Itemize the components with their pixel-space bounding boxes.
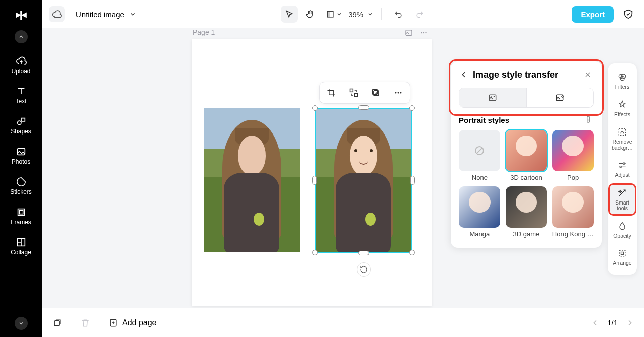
zoom-control[interactable]: 39% — [348, 10, 373, 19]
svg-point-10 — [423, 32, 424, 33]
style-3d-game[interactable]: 3D game — [506, 186, 547, 238]
rail-label: Text — [15, 98, 26, 105]
rr-label: Remove backgr… — [609, 139, 635, 151]
rail-collage[interactable]: Collage — [0, 233, 42, 260]
rr-opacity[interactable]: Opacity — [609, 218, 635, 242]
rail-label: Collage — [11, 249, 31, 256]
main-area: Untitled image 39% — [42, 0, 644, 337]
rail-label: Photos — [12, 158, 30, 165]
rr-remove-bg[interactable]: Remove backgr… — [609, 123, 635, 154]
cloud-upload-icon — [16, 55, 27, 66]
resize-handle-br[interactable] — [409, 250, 415, 255]
rail-label: Stickers — [10, 188, 32, 195]
rr-smart-tools[interactable]: Smart tools — [609, 184, 635, 215]
rail-frames[interactable]: Frames — [0, 203, 42, 230]
rr-adjust[interactable]: Adjust — [609, 157, 635, 181]
opacity-icon — [617, 221, 628, 232]
right-rail: Filters Effects Remove backgr… Adjust Sm… — [608, 63, 637, 275]
ctx-more-button[interactable] — [390, 85, 407, 101]
resize-handle-r[interactable] — [410, 176, 415, 185]
page-thumbnail-icon[interactable] — [404, 28, 413, 37]
ctx-group-button[interactable] — [368, 85, 384, 101]
app-logo[interactable] — [11, 5, 31, 25]
section-title: Portrait styles — [459, 116, 509, 124]
shield-button[interactable] — [620, 6, 637, 23]
rail-collapse-button[interactable] — [15, 30, 28, 43]
style-label: Hong Kong … — [552, 230, 594, 238]
add-page-button[interactable]: Add page — [104, 315, 161, 331]
document-title: Untitled image — [76, 10, 124, 19]
svg-rect-7 — [327, 11, 333, 17]
resize-handle-tr[interactable] — [409, 105, 415, 111]
rail-stickers[interactable]: Stickers — [0, 172, 42, 199]
thumb-hong-kong — [552, 186, 594, 228]
rail-shapes[interactable]: Shapes — [0, 112, 42, 139]
person-illustration — [213, 120, 290, 252]
cloud-sync-button[interactable] — [49, 6, 65, 22]
arrange-icon — [617, 248, 628, 259]
resize-handle-t[interactable] — [358, 105, 369, 110]
undo-button[interactable] — [390, 6, 407, 23]
selected-image-wrap[interactable] — [315, 108, 412, 252]
style-3d-cartoon[interactable]: 3D cartoon — [506, 130, 547, 181]
style-manga[interactable]: Manga — [459, 186, 501, 238]
tab-reference-image[interactable] — [527, 88, 594, 107]
original-image[interactable] — [204, 108, 300, 252]
resize-handle-l[interactable] — [312, 176, 317, 185]
style-pop[interactable]: Pop — [552, 130, 594, 181]
smart-tools-icon — [617, 187, 628, 198]
resize-handle-bl[interactable] — [312, 250, 318, 255]
resize-handle-tl[interactable] — [312, 105, 318, 111]
select-tool[interactable] — [281, 6, 298, 23]
svg-rect-30 — [587, 116, 590, 122]
svg-point-18 — [400, 92, 401, 94]
panel-close-button[interactable] — [582, 69, 594, 81]
page-label: Page 1 — [193, 28, 215, 36]
svg-rect-25 — [619, 251, 625, 257]
style-transfer-panel: Image style transfer Portrait styles Non… — [451, 61, 602, 248]
rr-label: Opacity — [613, 233, 631, 239]
svg-point-11 — [425, 32, 426, 33]
hand-tool[interactable] — [302, 6, 319, 23]
text-icon — [16, 86, 27, 97]
add-page-label: Add page — [122, 318, 157, 327]
bottombar-right: 1/1 — [588, 316, 637, 330]
export-button[interactable]: Export — [572, 6, 614, 23]
left-rail: Upload Text Shapes Photos Stickers Frame… — [0, 0, 42, 337]
layers-button[interactable] — [49, 314, 66, 331]
panel-title: Image style transfer — [473, 70, 578, 80]
export-label: Export — [581, 10, 605, 19]
intensity-button[interactable] — [584, 115, 594, 125]
rotate-handle[interactable] — [357, 262, 371, 277]
rail-text[interactable]: Text — [0, 82, 42, 109]
crop-dropdown[interactable] — [323, 6, 344, 23]
rr-arrange[interactable]: Arrange — [609, 245, 635, 269]
collage-icon — [16, 237, 27, 248]
photos-icon — [16, 146, 27, 157]
separator — [381, 8, 382, 20]
rail-more-button[interactable] — [15, 317, 28, 330]
prev-page-button[interactable] — [588, 316, 602, 330]
style-label: None — [472, 174, 488, 181]
ctx-crop-button[interactable] — [323, 85, 339, 101]
document-title-button[interactable]: Untitled image — [70, 6, 142, 23]
stylized-image[interactable] — [315, 108, 412, 252]
tab-style-presets[interactable] — [459, 88, 527, 107]
style-none[interactable]: None — [459, 130, 501, 181]
style-hong-kong[interactable]: Hong Kong … — [552, 186, 594, 238]
stickers-icon — [16, 176, 27, 187]
redo-button[interactable] — [411, 6, 428, 23]
rail-photos[interactable]: Photos — [0, 142, 42, 169]
ctx-replace-button[interactable] — [346, 85, 362, 101]
workspace[interactable]: Page 1 — [42, 28, 644, 308]
rr-effects[interactable]: Effects — [609, 96, 635, 121]
delete-button[interactable] — [76, 314, 94, 331]
rr-label: Smart tools — [609, 200, 635, 212]
rr-label: Arrange — [613, 260, 631, 266]
rail-upload[interactable]: Upload — [0, 51, 42, 79]
topbar: Untitled image 39% — [42, 0, 644, 28]
page-more-icon[interactable] — [419, 28, 428, 37]
panel-back-button[interactable] — [459, 70, 469, 80]
rr-filters[interactable]: Filters — [609, 69, 635, 93]
next-page-button[interactable] — [623, 316, 637, 330]
